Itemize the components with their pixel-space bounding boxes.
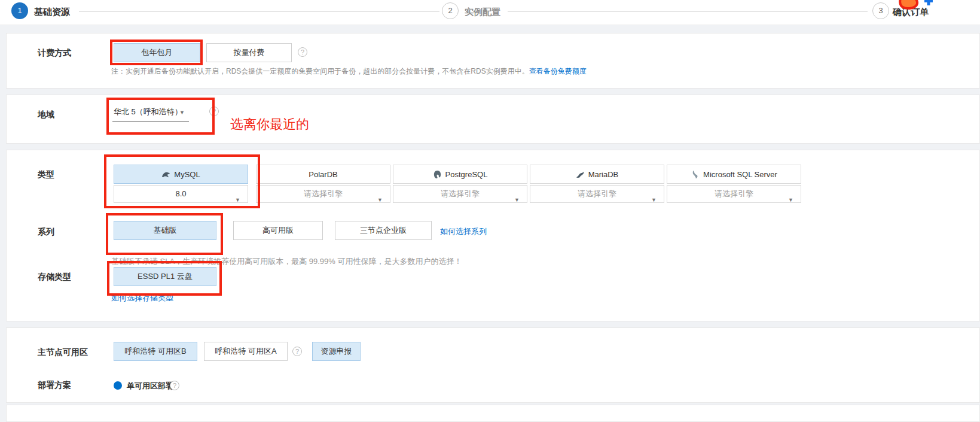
storage-essd-button[interactable]: ESSD PL1 云盘 [114,267,216,286]
chevron-down-icon [514,192,520,208]
region-annotation-text: 选离你最近的 [230,116,309,133]
engine-card-mariadb: MariaDB 请选择引擎 [530,165,664,203]
step-2-label: 实例配置 [465,7,500,18]
engine-postgresql-name: PostgreSQL [445,170,488,179]
engine-polardb-name: PolarDB [309,170,337,179]
engine-card-sqlserver: Microsoft SQL Server 请选择引擎 [667,165,801,203]
series-description: 基础版不承诺 SLA，生产环境推荐使用高可用版本，最高 99.99% 可用性保障… [111,256,462,267]
engine-mariadb-version-value: 请选择引擎 [578,189,616,198]
resource-apply-button[interactable]: 资源申报 [312,342,361,361]
engine-polardb-version-value: 请选择引擎 [304,189,343,198]
step-2-circle: 2 [442,2,459,19]
chevron-down-icon [651,192,657,208]
step-connector-line [79,11,439,12]
engine-mariadb-name: MariaDB [588,170,619,179]
deploy-option-label[interactable]: 单可用区部署 [127,381,173,391]
billing-note: 注：实例开通后备份功能默认开启，RDS会提供一定额度的免费空间用于备份，超出的部… [111,66,587,77]
storage-howto-link[interactable]: 如何选择存储类型 [111,293,173,303]
chevron-down-icon [377,192,383,208]
engine-card-postgresql: PostgreSQL 请选择引擎 [393,165,527,203]
series-label: 系列 [38,227,54,238]
zone-a-button[interactable]: 呼和浩特 可用区A [204,342,288,361]
engine-sqlserver-header[interactable]: Microsoft SQL Server [667,165,801,184]
engine-sqlserver-version-value: 请选择引擎 [715,189,753,198]
engine-mariadb-version-select[interactable]: 请选择引擎 [530,185,664,203]
engine-card-polardb: PolarDB 请选择引擎 [256,165,390,203]
engine-polardb-header[interactable]: PolarDB [256,165,390,184]
engine-mysql-name: MySQL [174,170,200,179]
engine-mariadb-header[interactable]: MariaDB [530,165,664,184]
backup-quota-link[interactable]: 查看备份免费额度 [529,67,587,75]
mysql-dolphin-icon [161,170,170,179]
chevron-down-icon [788,192,793,208]
billing-note-text: 注：实例开通后备份功能默认开启，RDS会提供一定额度的免费空间用于备份，超出的部… [111,67,529,75]
region-help-icon[interactable] [209,107,219,116]
billing-prepaid-button[interactable]: 包年包月 [114,43,200,62]
engine-polardb-version-select[interactable]: 请选择引擎 [256,185,390,203]
chevron-down-icon [179,110,185,116]
zone-label: 主节点可用区 [38,347,88,358]
wizard-stepper-bar: 1 基础资源 2 实例配置 3 确认订单 [0,0,980,25]
region-label: 地域 [38,110,54,120]
series-ha-button[interactable]: 高可用版 [233,221,323,240]
chevron-down-icon [235,192,240,208]
engine-card-mysql: MySQL 8.0 [114,165,248,203]
engine-sqlserver-version-select[interactable]: 请选择引擎 [667,185,801,203]
deploy-label: 部署方案 [38,380,71,391]
zone-b-button[interactable]: 呼和浩特 可用区B [114,342,197,361]
region-select[interactable]: 华北 5（呼和浩特） [114,107,182,117]
series-howto-link[interactable]: 如何选择系列 [440,226,487,237]
region-section-panel [6,95,980,144]
engine-sqlserver-name: Microsoft SQL Server [703,170,777,179]
sqlserver-icon [691,170,700,179]
mariadb-sealion-icon [576,170,585,179]
billing-label: 计费方式 [38,48,71,59]
engine-postgresql-version-select[interactable]: 请选择引擎 [393,185,527,203]
billing-postpaid-button[interactable]: 按量付费 [206,43,292,62]
billing-help-icon[interactable] [298,47,307,57]
deploy-radio-selected[interactable] [114,381,122,390]
engine-postgresql-version-value: 请选择引擎 [441,189,480,198]
engine-label: 类型 [38,169,54,180]
engine-mysql-version-select[interactable]: 8.0 [114,185,248,203]
deploy-help-icon[interactable] [170,381,179,390]
engine-mysql-version-value: 8.0 [175,189,186,198]
step-1-label: 基础资源 [34,7,70,18]
series-basic-button[interactable]: 基础版 [114,221,216,240]
series-enterprise-button[interactable]: 三节点企业版 [335,221,432,240]
step-1-circle: 1 [11,2,28,19]
region-select-underline [112,122,189,122]
zone-section-panel [6,327,980,403]
step-3-circle: 3 [872,2,889,19]
step-connector-line [508,11,868,12]
overlay-app-icon [898,0,935,11]
zone-help-icon[interactable] [292,347,302,356]
next-section-panel [6,405,980,422]
storage-label: 存储类型 [38,272,71,283]
engine-postgresql-header[interactable]: PostgreSQL [393,165,527,184]
engine-mysql-header[interactable]: MySQL [114,165,248,184]
postgresql-elephant-icon [433,170,442,179]
